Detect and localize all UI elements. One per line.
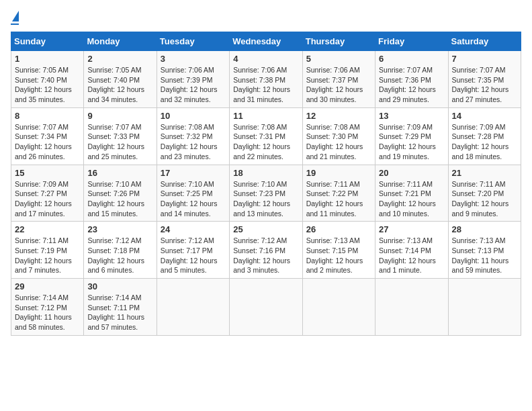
day-number: 11 (233, 111, 298, 121)
calendar-cell: 8Sunrise: 7:07 AMSunset: 7:34 PMDaylight… (11, 107, 84, 165)
calendar-cell: 4Sunrise: 7:06 AMSunset: 7:38 PMDaylight… (230, 51, 302, 108)
calendar-cell: 6Sunrise: 7:07 AMSunset: 7:36 PMDaylight… (375, 51, 448, 108)
calendar-cell: 24Sunrise: 7:12 AMSunset: 7:17 PMDayligh… (157, 222, 229, 279)
day-number: 3 (161, 54, 226, 64)
day-number: 4 (233, 54, 298, 64)
calendar-cell: 30Sunrise: 7:14 AMSunset: 7:11 PMDayligh… (84, 279, 157, 336)
logo-underline (11, 24, 19, 25)
calendar-cell (302, 279, 375, 336)
day-info: Sunrise: 7:09 AMSunset: 7:28 PMDaylight:… (452, 122, 517, 162)
day-number: 25 (233, 224, 298, 234)
day-number: 18 (233, 168, 298, 178)
day-number: 17 (161, 168, 226, 178)
calendar-cell: 5Sunrise: 7:06 AMSunset: 7:37 PMDaylight… (302, 51, 375, 108)
calendar-cell: 27Sunrise: 7:13 AMSunset: 7:14 PMDayligh… (375, 222, 448, 279)
day-number: 29 (15, 281, 80, 291)
calendar-cell: 17Sunrise: 7:10 AMSunset: 7:25 PMDayligh… (157, 165, 229, 222)
calendar-cell: 20Sunrise: 7:11 AMSunset: 7:21 PMDayligh… (375, 165, 448, 222)
day-number: 27 (379, 224, 444, 234)
day-number: 7 (452, 54, 517, 64)
calendar-cell: 21Sunrise: 7:11 AMSunset: 7:20 PMDayligh… (448, 165, 521, 222)
calendar-cell: 16Sunrise: 7:10 AMSunset: 7:26 PMDayligh… (84, 165, 157, 222)
day-info: Sunrise: 7:09 AMSunset: 7:29 PMDaylight:… (379, 122, 444, 162)
calendar-cell: 19Sunrise: 7:11 AMSunset: 7:22 PMDayligh… (302, 165, 375, 222)
day-number: 26 (306, 224, 371, 234)
calendar-cell (375, 279, 448, 336)
calendar-body: 1Sunrise: 7:05 AMSunset: 7:40 PMDaylight… (11, 51, 521, 336)
day-of-week-header: Thursday (302, 32, 375, 51)
day-number: 5 (306, 54, 371, 64)
logo (11, 11, 19, 25)
day-info: Sunrise: 7:10 AMSunset: 7:25 PMDaylight:… (161, 179, 226, 219)
day-number: 30 (87, 281, 152, 291)
day-number: 15 (15, 168, 80, 178)
day-info: Sunrise: 7:12 AMSunset: 7:18 PMDaylight:… (87, 236, 152, 275)
page-header (11, 11, 521, 25)
day-info: Sunrise: 7:12 AMSunset: 7:16 PMDaylight:… (233, 236, 298, 275)
day-info: Sunrise: 7:10 AMSunset: 7:23 PMDaylight:… (233, 179, 298, 219)
day-info: Sunrise: 7:07 AMSunset: 7:36 PMDaylight:… (379, 65, 444, 105)
day-info: Sunrise: 7:07 AMSunset: 7:34 PMDaylight:… (15, 122, 80, 162)
day-info: Sunrise: 7:06 AMSunset: 7:37 PMDaylight:… (306, 65, 371, 105)
day-number: 1 (15, 54, 80, 64)
calendar-cell: 9Sunrise: 7:07 AMSunset: 7:33 PMDaylight… (84, 107, 157, 165)
calendar-cell: 26Sunrise: 7:13 AMSunset: 7:15 PMDayligh… (302, 222, 375, 279)
calendar-cell: 29Sunrise: 7:14 AMSunset: 7:12 PMDayligh… (11, 279, 84, 336)
day-of-week-header: Sunday (11, 32, 84, 51)
calendar-cell: 18Sunrise: 7:10 AMSunset: 7:23 PMDayligh… (230, 165, 302, 222)
day-number: 24 (161, 224, 226, 234)
calendar-cell: 11Sunrise: 7:08 AMSunset: 7:31 PMDayligh… (230, 107, 302, 165)
day-of-week-header: Tuesday (157, 32, 229, 51)
day-info: Sunrise: 7:08 AMSunset: 7:31 PMDaylight:… (233, 122, 298, 162)
day-number: 8 (15, 111, 80, 121)
calendar-cell: 25Sunrise: 7:12 AMSunset: 7:16 PMDayligh… (230, 222, 302, 279)
day-number: 23 (87, 224, 152, 234)
day-number: 20 (379, 168, 444, 178)
day-number: 9 (87, 111, 152, 121)
day-info: Sunrise: 7:14 AMSunset: 7:11 PMDaylight:… (87, 293, 152, 332)
day-info: Sunrise: 7:11 AMSunset: 7:21 PMDaylight:… (379, 179, 444, 219)
day-number: 21 (452, 168, 517, 178)
calendar-table: SundayMondayTuesdayWednesdayThursdayFrid… (11, 32, 521, 336)
day-info: Sunrise: 7:11 AMSunset: 7:22 PMDaylight:… (306, 179, 371, 219)
day-info: Sunrise: 7:08 AMSunset: 7:30 PMDaylight:… (306, 122, 371, 162)
calendar-cell: 1Sunrise: 7:05 AMSunset: 7:40 PMDaylight… (11, 51, 84, 108)
calendar-cell: 10Sunrise: 7:08 AMSunset: 7:32 PMDayligh… (157, 107, 229, 165)
day-info: Sunrise: 7:07 AMSunset: 7:35 PMDaylight:… (452, 65, 517, 105)
calendar-cell (448, 279, 521, 336)
day-info: Sunrise: 7:11 AMSunset: 7:20 PMDaylight:… (452, 179, 517, 219)
day-number: 12 (306, 111, 371, 121)
calendar-cell: 3Sunrise: 7:06 AMSunset: 7:39 PMDaylight… (157, 51, 229, 108)
day-number: 6 (379, 54, 444, 64)
day-info: Sunrise: 7:14 AMSunset: 7:12 PMDaylight:… (15, 293, 80, 332)
day-number: 19 (306, 168, 371, 178)
day-of-week-header: Wednesday (230, 32, 302, 51)
day-info: Sunrise: 7:11 AMSunset: 7:19 PMDaylight:… (15, 236, 80, 275)
day-of-week-header: Friday (375, 32, 448, 51)
day-info: Sunrise: 7:05 AMSunset: 7:40 PMDaylight:… (15, 65, 80, 105)
day-of-week-header: Saturday (448, 32, 521, 51)
calendar-cell: 2Sunrise: 7:05 AMSunset: 7:40 PMDaylight… (84, 51, 157, 108)
calendar-header: SundayMondayTuesdayWednesdayThursdayFrid… (11, 32, 521, 51)
calendar-cell: 14Sunrise: 7:09 AMSunset: 7:28 PMDayligh… (448, 107, 521, 165)
calendar-cell: 12Sunrise: 7:08 AMSunset: 7:30 PMDayligh… (302, 107, 375, 165)
day-number: 28 (452, 224, 517, 234)
calendar-cell (157, 279, 229, 336)
day-info: Sunrise: 7:08 AMSunset: 7:32 PMDaylight:… (161, 122, 226, 162)
logo-icon (12, 11, 19, 21)
day-info: Sunrise: 7:13 AMSunset: 7:14 PMDaylight:… (379, 236, 444, 275)
day-info: Sunrise: 7:13 AMSunset: 7:13 PMDaylight:… (452, 236, 517, 275)
calendar-cell: 28Sunrise: 7:13 AMSunset: 7:13 PMDayligh… (448, 222, 521, 279)
day-info: Sunrise: 7:13 AMSunset: 7:15 PMDaylight:… (306, 236, 371, 275)
day-info: Sunrise: 7:09 AMSunset: 7:27 PMDaylight:… (15, 179, 80, 219)
day-info: Sunrise: 7:07 AMSunset: 7:33 PMDaylight:… (87, 122, 152, 162)
day-info: Sunrise: 7:06 AMSunset: 7:38 PMDaylight:… (233, 65, 298, 105)
calendar-cell: 23Sunrise: 7:12 AMSunset: 7:18 PMDayligh… (84, 222, 157, 279)
day-number: 16 (87, 168, 152, 178)
day-number: 10 (161, 111, 226, 121)
day-info: Sunrise: 7:10 AMSunset: 7:26 PMDaylight:… (87, 179, 152, 219)
calendar-cell: 7Sunrise: 7:07 AMSunset: 7:35 PMDaylight… (448, 51, 521, 108)
day-of-week-header: Monday (84, 32, 157, 51)
day-info: Sunrise: 7:12 AMSunset: 7:17 PMDaylight:… (161, 236, 226, 275)
day-number: 14 (452, 111, 517, 121)
